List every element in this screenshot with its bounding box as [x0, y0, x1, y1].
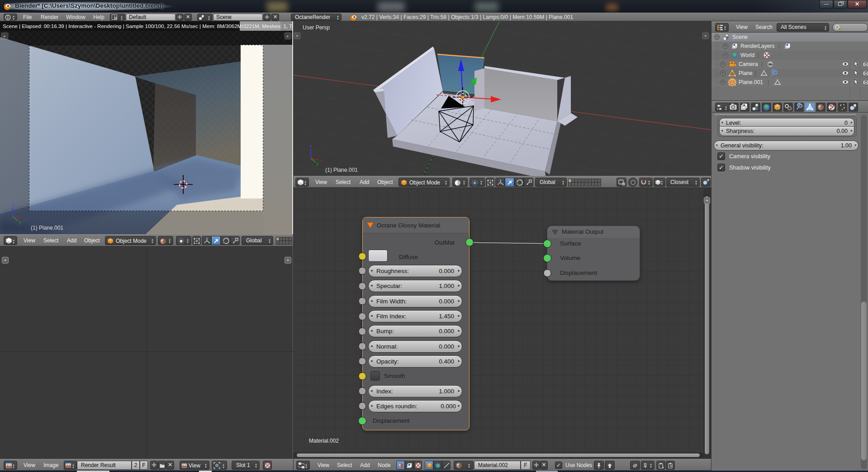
svg-text:y: y: [317, 161, 319, 166]
svg-text:(1) Plane.001: (1) Plane.001: [31, 225, 63, 231]
svg-text:+: +: [286, 33, 289, 39]
svg-text:Scene | Elapsed: 00:16.39 | In: Scene | Elapsed: 00:16.39 | Interactive …: [3, 23, 293, 29]
svg-text:x: x: [24, 217, 26, 221]
svg-text:+: +: [704, 33, 707, 38]
svg-text:+: +: [296, 33, 299, 38]
svg-text:+: +: [3, 33, 6, 39]
svg-text:y: y: [19, 220, 21, 225]
svg-text:z: z: [12, 202, 14, 207]
svg-text:User Persp: User Persp: [303, 24, 330, 31]
svg-text:z: z: [310, 144, 312, 148]
svg-text:x: x: [321, 158, 323, 163]
svg-text:(1) Plane.001: (1) Plane.001: [325, 167, 358, 173]
